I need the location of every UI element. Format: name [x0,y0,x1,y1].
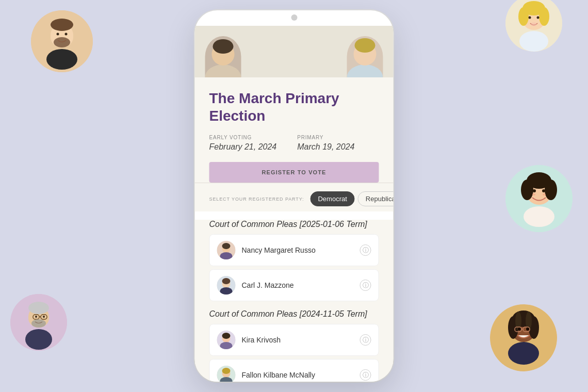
svg-point-67 [222,278,231,284]
primary-label: PRIMARY [297,135,354,140]
phone-main: The March Primary Election EARLY VOTING … [195,77,394,183]
phone-notch [260,10,328,25]
candidate-name-mcnally: Fallon Kilbane McNally [242,371,354,379]
svg-point-13 [518,7,529,26]
svg-point-49 [518,328,521,331]
svg-point-24 [545,179,557,200]
candidate-name-krivosh: Kira Krivosh [242,336,354,344]
avatar-bot-left [10,294,67,351]
candidate-card-mcnally: Fallon Kilbane McNally ⓘ [209,359,379,382]
phone-camera [291,14,297,21]
info-icon-mazzone[interactable]: ⓘ [360,280,371,291]
svg-point-7 [51,19,73,31]
party-buttons: Democrat Republican [310,191,393,206]
register-button[interactable]: REGISTER TO VOTE [209,162,379,183]
candidate-card-russo: Nancy Margaret Russo ⓘ [209,234,379,266]
svg-point-6 [65,33,68,36]
svg-point-75 [222,368,231,374]
svg-point-42 [508,342,539,365]
svg-point-54 [205,64,241,77]
early-voting-block: EARLY VOTING February 21, 2024 [209,135,277,152]
phone-frame: The March Primary Election EARLY VOTING … [195,10,394,382]
header-candidate-left [205,36,241,77]
avatar-mid-right [505,165,573,232]
info-icon-krivosh[interactable]: ⓘ [360,334,371,346]
avatar-bot-right [490,304,557,371]
svg-point-59 [355,38,375,53]
svg-point-56 [213,39,234,54]
early-voting-label: EARLY VOTING [209,135,277,140]
svg-point-15 [529,17,531,19]
candidate-name-mazzone: Carl J. Mazzone [242,281,354,289]
race-1-title: Court of Common Pleas [2025-01-06 Term] [209,220,379,229]
candidate-avatar-russo [217,241,236,259]
svg-point-38 [43,316,45,318]
phone-content[interactable]: The March Primary Election EARLY VOTING … [195,10,394,382]
svg-point-26 [542,189,545,192]
party-democrat-button[interactable]: Democrat [310,191,354,206]
svg-point-17 [531,22,537,26]
svg-point-33 [28,302,49,314]
header-candidate-right [347,36,383,77]
candidate-avatar-mazzone [217,276,236,295]
race-2-title: Court of Common Pleas [2024-11-05 Term] [209,309,379,319]
svg-point-16 [537,17,540,19]
avatar-top-right [505,0,562,52]
svg-point-2 [46,49,77,70]
party-selector-label: SELECT YOUR REGISTERED PARTY: [209,197,304,202]
svg-point-28 [543,193,546,195]
candidate-card-mazzone: Carl J. Mazzone ⓘ [209,269,379,301]
avatar-top-left [31,10,93,72]
candidate-avatar-mcnally [217,366,236,382]
primary-date: March 19, 2024 [297,142,354,152]
primary-block: PRIMARY March 19, 2024 [297,135,354,152]
svg-point-25 [533,189,536,192]
candidate-name-russo: Nancy Margaret Russo [242,246,354,254]
svg-point-63 [222,243,231,249]
election-title: The March Primary Election [209,90,379,124]
svg-point-50 [526,328,529,331]
early-voting-date: February 21, 2024 [209,142,277,152]
svg-point-10 [519,31,548,52]
party-section: SELECT YOUR REGISTERED PARTY: Democrat R… [195,183,394,211]
svg-point-20 [524,206,554,227]
svg-point-37 [35,316,37,318]
svg-point-71 [222,333,231,339]
svg-point-57 [347,64,383,77]
svg-point-27 [532,193,535,195]
candidate-card-krivosh: Kira Krivosh ⓘ [209,324,379,356]
svg-point-23 [521,179,533,200]
candidate-avatar-krivosh [217,331,236,349]
info-icon-mcnally[interactable]: ⓘ [360,369,371,381]
phone-header [195,26,394,77]
races-content: Court of Common Pleas [2025-01-06 Term] … [195,220,394,382]
svg-point-5 [57,33,59,36]
dates-row: EARLY VOTING February 21, 2024 PRIMARY M… [209,135,379,152]
party-republican-button[interactable]: Republican [358,191,394,206]
svg-point-31 [25,329,52,350]
svg-point-14 [539,7,549,26]
info-icon-russo[interactable]: ⓘ [360,244,371,256]
